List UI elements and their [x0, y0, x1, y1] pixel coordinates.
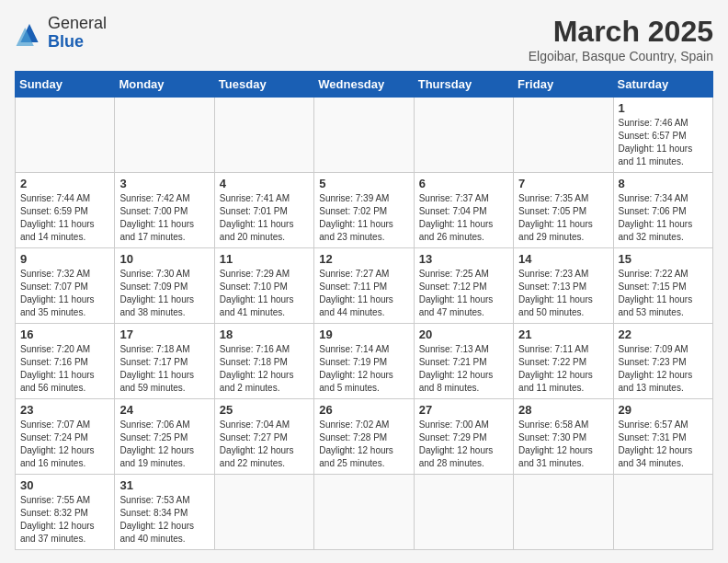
logo-text: General Blue	[48, 15, 107, 52]
day-cell	[414, 475, 513, 550]
day-number: 22	[619, 327, 708, 341]
day-info: Sunrise: 7:00 AM Sunset: 7:29 PM Dayligh…	[419, 419, 508, 470]
day-number: 18	[220, 327, 309, 341]
calendar: SundayMondayTuesdayWednesdayThursdayFrid…	[15, 71, 713, 550]
day-cell	[314, 475, 414, 550]
day-number: 29	[619, 403, 708, 417]
weekday-header-tuesday: Tuesday	[214, 72, 313, 98]
day-number: 8	[619, 177, 708, 190]
day-cell	[16, 98, 115, 173]
day-number: 6	[419, 177, 508, 190]
day-cell: 30Sunrise: 7:55 AM Sunset: 8:32 PM Dayli…	[16, 475, 115, 550]
day-info: Sunrise: 7:34 AM Sunset: 7:06 PM Dayligh…	[619, 192, 708, 244]
day-info: Sunrise: 7:39 AM Sunset: 7:02 PM Dayligh…	[319, 192, 408, 244]
day-info: Sunrise: 7:18 AM Sunset: 7:17 PM Dayligh…	[119, 343, 209, 395]
location: Elgoibar, Basque Country, Spain	[529, 49, 713, 63]
day-info: Sunrise: 7:13 AM Sunset: 7:21 PM Dayligh…	[419, 343, 508, 395]
day-info: Sunrise: 7:16 AM Sunset: 7:18 PM Dayligh…	[220, 343, 309, 395]
day-info: Sunrise: 7:07 AM Sunset: 7:24 PM Dayligh…	[20, 419, 109, 470]
day-cell: 7Sunrise: 7:35 AM Sunset: 7:05 PM Daylig…	[514, 173, 613, 248]
day-cell: 22Sunrise: 7:09 AM Sunset: 7:23 PM Dayli…	[613, 324, 712, 399]
day-cell	[314, 98, 414, 173]
day-cell: 20Sunrise: 7:13 AM Sunset: 7:21 PM Dayli…	[414, 324, 513, 399]
day-number: 16	[20, 327, 109, 341]
day-info: Sunrise: 7:06 AM Sunset: 7:25 PM Dayligh…	[119, 419, 209, 470]
day-cell: 5Sunrise: 7:39 AM Sunset: 7:02 PM Daylig…	[314, 173, 414, 248]
day-info: Sunrise: 7:53 AM Sunset: 8:34 PM Dayligh…	[119, 494, 209, 546]
day-number: 23	[20, 403, 109, 417]
day-number: 11	[220, 252, 309, 266]
day-cell: 14Sunrise: 7:23 AM Sunset: 7:13 PM Dayli…	[514, 248, 613, 324]
day-info: Sunrise: 7:37 AM Sunset: 7:04 PM Dayligh…	[419, 192, 508, 244]
day-cell: 26Sunrise: 7:02 AM Sunset: 7:28 PM Dayli…	[314, 399, 414, 475]
day-number: 31	[119, 478, 209, 492]
day-cell: 15Sunrise: 7:22 AM Sunset: 7:15 PM Dayli…	[613, 248, 712, 324]
logo-blue: Blue	[48, 32, 84, 51]
day-number: 21	[518, 327, 608, 341]
day-info: Sunrise: 7:02 AM Sunset: 7:28 PM Dayligh…	[319, 419, 408, 470]
day-info: Sunrise: 7:11 AM Sunset: 7:22 PM Dayligh…	[518, 343, 608, 395]
day-cell	[613, 475, 712, 550]
day-number: 15	[619, 252, 708, 266]
logo: General Blue	[15, 15, 107, 52]
day-cell: 12Sunrise: 7:27 AM Sunset: 7:11 PM Dayli…	[314, 248, 414, 324]
day-number: 5	[319, 177, 408, 190]
day-number: 26	[319, 403, 408, 417]
day-cell	[514, 475, 613, 550]
day-cell: 25Sunrise: 7:04 AM Sunset: 7:27 PM Dayli…	[214, 399, 313, 475]
day-info: Sunrise: 7:27 AM Sunset: 7:11 PM Dayligh…	[319, 268, 408, 319]
day-number: 13	[419, 252, 508, 266]
day-cell: 16Sunrise: 7:20 AM Sunset: 7:16 PM Dayli…	[16, 324, 115, 399]
week-row-3: 9Sunrise: 7:32 AM Sunset: 7:07 PM Daylig…	[16, 248, 713, 324]
week-row-5: 23Sunrise: 7:07 AM Sunset: 7:24 PM Dayli…	[16, 399, 713, 475]
day-cell: 9Sunrise: 7:32 AM Sunset: 7:07 PM Daylig…	[16, 248, 115, 324]
week-row-4: 16Sunrise: 7:20 AM Sunset: 7:16 PM Dayli…	[16, 324, 713, 399]
day-cell: 13Sunrise: 7:25 AM Sunset: 7:12 PM Dayli…	[414, 248, 513, 324]
weekday-header-thursday: Thursday	[414, 72, 513, 98]
day-info: Sunrise: 7:41 AM Sunset: 7:01 PM Dayligh…	[220, 192, 309, 244]
day-cell: 28Sunrise: 6:58 AM Sunset: 7:30 PM Dayli…	[514, 399, 613, 475]
day-cell: 3Sunrise: 7:42 AM Sunset: 7:00 PM Daylig…	[115, 173, 214, 248]
day-info: Sunrise: 7:14 AM Sunset: 7:19 PM Dayligh…	[319, 343, 408, 395]
day-number: 28	[518, 403, 608, 417]
weekday-header-sunday: Sunday	[16, 72, 115, 98]
day-info: Sunrise: 6:57 AM Sunset: 7:31 PM Dayligh…	[619, 419, 708, 470]
day-cell: 2Sunrise: 7:44 AM Sunset: 6:59 PM Daylig…	[16, 173, 115, 248]
week-row-6: 30Sunrise: 7:55 AM Sunset: 8:32 PM Dayli…	[16, 475, 713, 550]
day-number: 17	[119, 327, 209, 341]
day-cell	[514, 98, 613, 173]
logo-icon	[15, 20, 44, 46]
day-number: 19	[319, 327, 408, 341]
day-info: Sunrise: 7:29 AM Sunset: 7:10 PM Dayligh…	[220, 268, 309, 319]
day-number: 1	[619, 101, 708, 115]
day-cell: 8Sunrise: 7:34 AM Sunset: 7:06 PM Daylig…	[613, 173, 712, 248]
day-number: 25	[220, 403, 309, 417]
header: General Blue March 2025 Elgoibar, Basque…	[15, 15, 713, 63]
weekday-header-friday: Friday	[514, 72, 613, 98]
day-cell	[214, 475, 313, 550]
day-cell	[414, 98, 513, 173]
day-number: 4	[220, 177, 309, 190]
day-number: 2	[20, 177, 109, 190]
day-info: Sunrise: 7:44 AM Sunset: 6:59 PM Dayligh…	[20, 192, 109, 244]
day-info: Sunrise: 7:04 AM Sunset: 7:27 PM Dayligh…	[220, 419, 309, 470]
day-number: 7	[518, 177, 608, 190]
day-cell: 18Sunrise: 7:16 AM Sunset: 7:18 PM Dayli…	[214, 324, 313, 399]
day-info: Sunrise: 7:09 AM Sunset: 7:23 PM Dayligh…	[619, 343, 708, 395]
day-info: Sunrise: 7:42 AM Sunset: 7:00 PM Dayligh…	[119, 192, 209, 244]
day-info: Sunrise: 7:35 AM Sunset: 7:05 PM Dayligh…	[518, 192, 608, 244]
day-number: 24	[119, 403, 209, 417]
day-cell: 10Sunrise: 7:30 AM Sunset: 7:09 PM Dayli…	[115, 248, 214, 324]
day-info: Sunrise: 7:25 AM Sunset: 7:12 PM Dayligh…	[419, 268, 508, 319]
day-info: Sunrise: 7:20 AM Sunset: 7:16 PM Dayligh…	[20, 343, 109, 395]
day-number: 27	[419, 403, 508, 417]
day-cell: 29Sunrise: 6:57 AM Sunset: 7:31 PM Dayli…	[613, 399, 712, 475]
day-info: Sunrise: 7:30 AM Sunset: 7:09 PM Dayligh…	[119, 268, 209, 319]
weekday-header-wednesday: Wednesday	[314, 72, 414, 98]
day-cell: 17Sunrise: 7:18 AM Sunset: 7:17 PM Dayli…	[115, 324, 214, 399]
day-info: Sunrise: 7:55 AM Sunset: 8:32 PM Dayligh…	[20, 494, 109, 546]
day-info: Sunrise: 7:23 AM Sunset: 7:13 PM Dayligh…	[518, 268, 608, 319]
logo-general: General	[48, 14, 107, 32]
day-number: 3	[119, 177, 209, 190]
day-cell	[115, 98, 214, 173]
